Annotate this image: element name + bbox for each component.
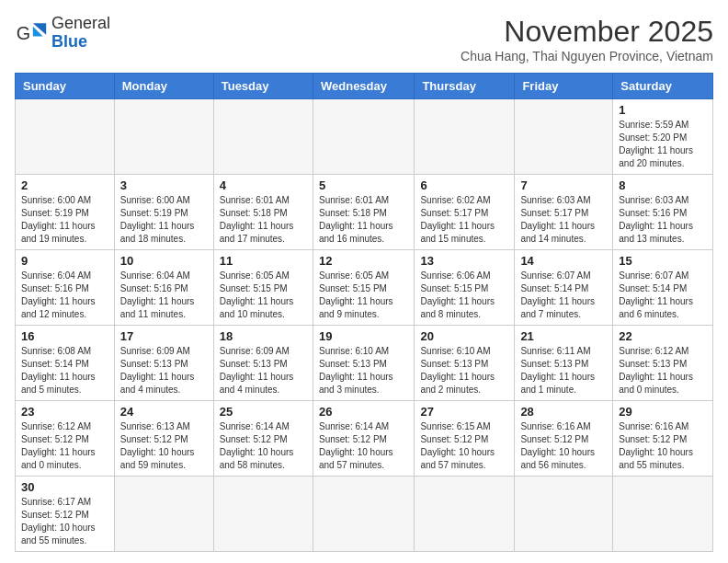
calendar-cell: 9Sunrise: 6:04 AM Sunset: 5:16 PM Daylig… xyxy=(16,250,115,326)
calendar-cell: 19Sunrise: 6:10 AM Sunset: 5:13 PM Dayli… xyxy=(313,326,414,401)
weekday-header-wednesday: Wednesday xyxy=(313,74,414,99)
weekday-header-row: SundayMondayTuesdayWednesdayThursdayFrid… xyxy=(16,74,713,99)
day-number: 25 xyxy=(220,405,307,419)
calendar-cell: 28Sunrise: 6:16 AM Sunset: 5:12 PM Dayli… xyxy=(515,401,613,477)
day-number: 19 xyxy=(319,329,408,343)
weekday-header-thursday: Thursday xyxy=(415,74,515,99)
day-number: 22 xyxy=(619,329,707,343)
week-row-3: 9Sunrise: 6:04 AM Sunset: 5:16 PM Daylig… xyxy=(16,250,713,326)
calendar-cell xyxy=(114,477,213,552)
week-row-6: 30Sunrise: 6:17 AM Sunset: 5:12 PM Dayli… xyxy=(16,477,713,552)
calendar-cell: 6Sunrise: 6:02 AM Sunset: 5:17 PM Daylig… xyxy=(415,175,515,250)
day-number: 12 xyxy=(319,254,408,268)
day-info: Sunrise: 6:05 AM Sunset: 5:15 PM Dayligh… xyxy=(319,270,408,321)
day-info: Sunrise: 6:04 AM Sunset: 5:16 PM Dayligh… xyxy=(21,270,108,321)
day-info: Sunrise: 6:14 AM Sunset: 5:12 PM Dayligh… xyxy=(220,420,307,472)
calendar-cell: 12Sunrise: 6:05 AM Sunset: 5:15 PM Dayli… xyxy=(313,250,414,326)
calendar-cell: 11Sunrise: 6:05 AM Sunset: 5:15 PM Dayli… xyxy=(213,250,313,326)
calendar-cell xyxy=(16,99,115,175)
calendar-cell: 18Sunrise: 6:09 AM Sunset: 5:13 PM Dayli… xyxy=(213,326,313,401)
calendar-cell xyxy=(213,477,313,552)
calendar-cell: 3Sunrise: 6:00 AM Sunset: 5:19 PM Daylig… xyxy=(114,175,213,250)
calendar-cell: 30Sunrise: 6:17 AM Sunset: 5:12 PM Dayli… xyxy=(16,477,115,552)
day-number: 14 xyxy=(520,254,607,268)
calendar-cell: 22Sunrise: 6:12 AM Sunset: 5:13 PM Dayli… xyxy=(613,326,713,401)
day-number: 20 xyxy=(420,329,508,343)
calendar-cell xyxy=(313,99,414,175)
logo-text: General Blue xyxy=(51,15,110,52)
day-info: Sunrise: 6:10 AM Sunset: 5:13 PM Dayligh… xyxy=(420,345,508,396)
day-number: 17 xyxy=(120,329,208,343)
day-number: 23 xyxy=(21,405,108,419)
day-number: 8 xyxy=(619,178,707,192)
calendar-cell: 14Sunrise: 6:07 AM Sunset: 5:14 PM Dayli… xyxy=(515,250,613,326)
day-number: 7 xyxy=(520,178,607,192)
week-row-5: 23Sunrise: 6:12 AM Sunset: 5:12 PM Dayli… xyxy=(16,401,713,477)
calendar-cell xyxy=(613,477,713,552)
day-number: 16 xyxy=(21,329,108,343)
calendar-cell: 20Sunrise: 6:10 AM Sunset: 5:13 PM Dayli… xyxy=(415,326,515,401)
day-info: Sunrise: 6:00 AM Sunset: 5:19 PM Dayligh… xyxy=(120,194,208,246)
calendar-cell xyxy=(313,477,414,552)
weekday-header-saturday: Saturday xyxy=(613,74,713,99)
day-number: 1 xyxy=(619,103,707,117)
calendar-cell xyxy=(415,477,515,552)
day-info: Sunrise: 6:03 AM Sunset: 5:16 PM Dayligh… xyxy=(619,194,707,246)
calendar-cell: 8Sunrise: 6:03 AM Sunset: 5:16 PM Daylig… xyxy=(613,175,713,250)
day-info: Sunrise: 6:02 AM Sunset: 5:17 PM Dayligh… xyxy=(420,194,508,246)
day-info: Sunrise: 6:12 AM Sunset: 5:13 PM Dayligh… xyxy=(619,345,707,396)
calendar-cell xyxy=(515,477,613,552)
calendar-cell: 25Sunrise: 6:14 AM Sunset: 5:12 PM Dayli… xyxy=(213,401,313,477)
week-row-2: 2Sunrise: 6:00 AM Sunset: 5:19 PM Daylig… xyxy=(16,175,713,250)
logo-icon: G xyxy=(15,17,48,50)
day-info: Sunrise: 6:00 AM Sunset: 5:19 PM Dayligh… xyxy=(21,194,108,246)
title-area: November 2025 Chua Hang, Thai Nguyen Pro… xyxy=(461,15,713,63)
calendar-cell: 16Sunrise: 6:08 AM Sunset: 5:14 PM Dayli… xyxy=(16,326,115,401)
weekday-header-sunday: Sunday xyxy=(16,74,115,99)
day-info: Sunrise: 5:59 AM Sunset: 5:20 PM Dayligh… xyxy=(619,119,707,170)
calendar-cell: 26Sunrise: 6:14 AM Sunset: 5:12 PM Dayli… xyxy=(313,401,414,477)
day-number: 13 xyxy=(420,254,508,268)
day-info: Sunrise: 6:11 AM Sunset: 5:13 PM Dayligh… xyxy=(520,345,607,396)
calendar-cell: 13Sunrise: 6:06 AM Sunset: 5:15 PM Dayli… xyxy=(415,250,515,326)
day-info: Sunrise: 6:15 AM Sunset: 5:12 PM Dayligh… xyxy=(420,420,508,472)
week-row-1: 1Sunrise: 5:59 AM Sunset: 5:20 PM Daylig… xyxy=(16,99,713,175)
calendar-cell: 2Sunrise: 6:00 AM Sunset: 5:19 PM Daylig… xyxy=(16,175,115,250)
day-number: 18 xyxy=(220,329,307,343)
day-info: Sunrise: 6:17 AM Sunset: 5:12 PM Dayligh… xyxy=(21,496,108,547)
day-info: Sunrise: 6:12 AM Sunset: 5:12 PM Dayligh… xyxy=(21,420,108,472)
logo: G General Blue xyxy=(15,15,110,52)
day-number: 9 xyxy=(21,254,108,268)
day-info: Sunrise: 6:16 AM Sunset: 5:12 PM Dayligh… xyxy=(619,420,707,472)
day-number: 24 xyxy=(120,405,208,419)
svg-text:G: G xyxy=(17,23,30,43)
month-title: November 2025 xyxy=(461,15,713,49)
day-number: 21 xyxy=(520,329,607,343)
calendar-cell: 1Sunrise: 5:59 AM Sunset: 5:20 PM Daylig… xyxy=(613,99,713,175)
weekday-header-tuesday: Tuesday xyxy=(213,74,313,99)
logo-general: General xyxy=(51,15,110,33)
calendar-cell: 17Sunrise: 6:09 AM Sunset: 5:13 PM Dayli… xyxy=(114,326,213,401)
day-number: 3 xyxy=(120,178,208,192)
logo-blue: Blue xyxy=(51,33,110,52)
day-info: Sunrise: 6:10 AM Sunset: 5:13 PM Dayligh… xyxy=(319,345,408,396)
calendar-cell xyxy=(415,99,515,175)
day-number: 5 xyxy=(319,178,408,192)
day-number: 2 xyxy=(21,178,108,192)
day-number: 11 xyxy=(220,254,307,268)
day-info: Sunrise: 6:08 AM Sunset: 5:14 PM Dayligh… xyxy=(21,345,108,396)
calendar-cell xyxy=(114,99,213,175)
day-info: Sunrise: 6:03 AM Sunset: 5:17 PM Dayligh… xyxy=(520,194,607,246)
calendar-cell: 27Sunrise: 6:15 AM Sunset: 5:12 PM Dayli… xyxy=(415,401,515,477)
calendar-cell xyxy=(515,99,613,175)
weekday-header-friday: Friday xyxy=(515,74,613,99)
day-info: Sunrise: 6:04 AM Sunset: 5:16 PM Dayligh… xyxy=(120,270,208,321)
day-info: Sunrise: 6:13 AM Sunset: 5:12 PM Dayligh… xyxy=(120,420,208,472)
calendar-cell: 4Sunrise: 6:01 AM Sunset: 5:18 PM Daylig… xyxy=(213,175,313,250)
calendar-cell xyxy=(213,99,313,175)
calendar-cell: 24Sunrise: 6:13 AM Sunset: 5:12 PM Dayli… xyxy=(114,401,213,477)
day-number: 6 xyxy=(420,178,508,192)
day-number: 29 xyxy=(619,405,707,419)
calendar-cell: 10Sunrise: 6:04 AM Sunset: 5:16 PM Dayli… xyxy=(114,250,213,326)
day-info: Sunrise: 6:14 AM Sunset: 5:12 PM Dayligh… xyxy=(319,420,408,472)
